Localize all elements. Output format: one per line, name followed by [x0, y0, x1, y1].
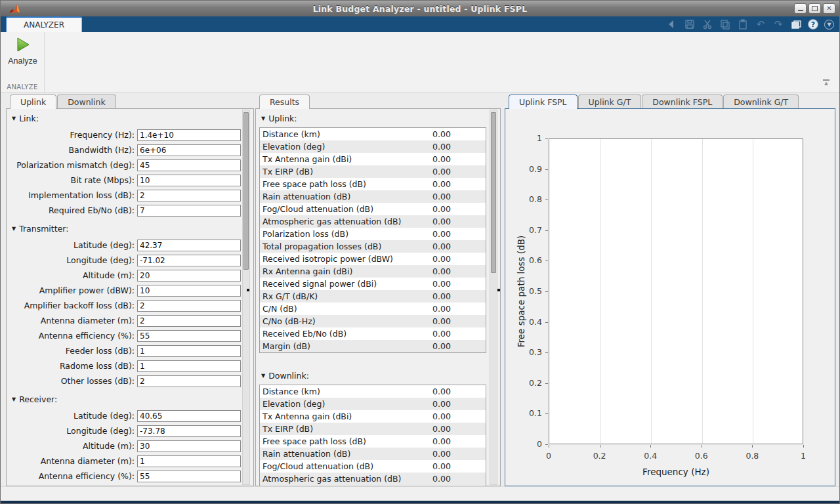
undo-icon[interactable]: ↶	[755, 18, 766, 30]
tab-uplink[interactable]: Uplink	[10, 94, 56, 109]
field-input-antennadiameterm[interactable]	[137, 315, 241, 327]
result-value: 0.00	[430, 399, 486, 409]
tab-results[interactable]: Results	[259, 94, 310, 109]
parameters-panel: UplinkDownlink ▼Link:Frequency (Hz):Band…	[6, 94, 254, 486]
field-input-otherlossesdb[interactable]	[137, 375, 241, 387]
right-splitter-grip[interactable]	[497, 289, 500, 291]
field-input-antennaefficiency[interactable]	[137, 471, 241, 482]
results-row: Rain attenuation (dB)0.00	[260, 448, 486, 460]
parameters-panel-body: ▼Link:Frequency (Hz):Bandwidth (Hz):Pola…	[6, 108, 254, 486]
x-gridline	[600, 139, 601, 444]
form-row: Antenna efficiency (%):	[7, 469, 253, 484]
result-label: Fog/Cloud attenuation (dB)	[260, 204, 430, 214]
form-row: Longitude (deg):	[7, 423, 253, 438]
tab-downlink-fspl[interactable]: Downlink FSPL	[642, 94, 723, 108]
parameters-scrollbar[interactable]	[242, 110, 250, 485]
form-row: Amplifier backoff loss (dB):	[7, 298, 253, 313]
close-button[interactable]: ✕	[823, 3, 835, 14]
tab-uplink-fspl[interactable]: Uplink FSPL	[509, 94, 578, 109]
field-input-amplifierbackofflossdb[interactable]	[137, 300, 241, 312]
results-row: Free space path loss (dB)0.00	[260, 435, 486, 448]
x-tick-mark	[803, 445, 804, 448]
field-input-radomelossdb[interactable]	[137, 360, 241, 372]
copy-icon[interactable]	[719, 18, 731, 30]
form-row: Antenna diameter (m):	[7, 313, 253, 328]
form-row: Implementation loss (dB):	[7, 188, 253, 203]
field-label: Latitude (deg):	[7, 411, 137, 421]
left-splitter-grip[interactable]	[247, 289, 249, 291]
x-axis-label: Frequency (Hz)	[642, 467, 709, 477]
results-scrollbar-thumb[interactable]	[491, 112, 496, 273]
field-label: Altitude (m):	[7, 441, 137, 451]
form-row: Altitude (m):	[7, 438, 253, 453]
field-input-frequencyhz[interactable]	[137, 129, 241, 141]
field-input-implementationlossdb[interactable]	[137, 190, 241, 201]
x-tick-label: 0.8	[746, 451, 759, 461]
cut-icon[interactable]	[702, 18, 713, 30]
section-header-link[interactable]: ▼Link:	[12, 113, 253, 123]
x-tick-label: 0	[546, 451, 551, 461]
y-tick-label: 1	[509, 133, 542, 143]
section-header-transmitter[interactable]: ▼Transmitter:	[12, 223, 253, 234]
paste-icon[interactable]	[737, 18, 749, 30]
minimize-button[interactable]	[794, 3, 807, 14]
result-value: 0.00	[430, 304, 486, 314]
tab-downlink-g-t[interactable]: Downlink G/T	[723, 94, 799, 108]
collapse-arrow-icon: ▼	[12, 116, 16, 121]
y-tick-mark	[545, 138, 548, 139]
results-row: Received Eb/No (dB)0.00	[260, 327, 486, 340]
result-value: 0.00	[430, 291, 486, 301]
parameters-scrollbar-thumb[interactable]	[243, 112, 249, 270]
result-value: 0.00	[430, 411, 486, 421]
help-icon[interactable]: ?	[808, 19, 818, 30]
result-value: 0.00	[430, 242, 486, 251]
field-input-antennadiameterm[interactable]	[137, 455, 241, 467]
field-label: Antenna efficiency (%):	[7, 331, 137, 341]
tab-analyzer[interactable]: ANALYZER	[6, 16, 82, 32]
form-row: Amplifier power (dBW):	[7, 283, 253, 298]
result-label: Total propagation losses (dB)	[260, 242, 430, 251]
field-input-antennaefficiency[interactable]	[137, 330, 241, 342]
results-row: C/N (dB)0.00	[260, 303, 486, 315]
field-input-altitudem[interactable]	[137, 270, 241, 282]
field-input-feederlossdb[interactable]	[137, 345, 241, 357]
field-input-longitudedeg[interactable]	[137, 425, 241, 437]
tab-uplink-g-t[interactable]: Uplink G/T	[578, 94, 642, 108]
results-scrollbar[interactable]	[490, 110, 497, 485]
results-row: Fog/Cloud attenuation (dB)0.00	[260, 460, 486, 472]
parameters-form: ▼Link:Frequency (Hz):Bandwidth (Hz):Pola…	[7, 109, 253, 486]
result-label: C/No (dB-Hz)	[260, 316, 430, 326]
field-input-bitratembps[interactable]	[137, 175, 241, 186]
maximize-button[interactable]	[808, 3, 821, 14]
result-value: 0.00	[430, 436, 486, 446]
result-value: 0.00	[430, 192, 486, 201]
collapse-toolstrip-button[interactable]: ▲	[821, 79, 831, 87]
collapse-back-icon[interactable]	[665, 18, 677, 30]
field-label: Frequency (Hz):	[7, 130, 137, 140]
field-input-latitudedeg[interactable]	[137, 240, 241, 251]
tab-downlink[interactable]: Downlink	[57, 94, 116, 108]
plot-axes[interactable]	[549, 138, 803, 444]
field-input-amplifierpowerdbw[interactable]	[137, 285, 241, 297]
results-section-header-uplink[interactable]: ▼Uplink:	[261, 113, 500, 123]
windows-icon[interactable]	[790, 18, 802, 30]
field-input-requiredebnodb[interactable]	[137, 205, 241, 217]
results-row: Distance (km)0.00	[260, 128, 486, 140]
results-row: Atmospheric gas attenuation (dB)0.00	[260, 215, 486, 228]
field-input-altitudem[interactable]	[137, 440, 241, 452]
section-header-receiver[interactable]: ▼Receiver:	[12, 394, 253, 404]
y-tick-label: 0	[509, 439, 542, 449]
field-label: Feeder loss (dB):	[7, 346, 137, 356]
more-options-icon[interactable]: ▼	[824, 20, 834, 30]
field-input-longitudedeg[interactable]	[137, 255, 241, 266]
app-window: Link Budget Analyzer - untitled - Uplink…	[0, 0, 840, 504]
redo-icon[interactable]: ↷	[772, 18, 784, 30]
y-tick-mark	[545, 444, 548, 445]
analyze-button[interactable]: Analyze	[3, 35, 43, 75]
form-row: Altitude (m):	[7, 268, 253, 283]
field-input-bandwidthhz[interactable]	[137, 144, 241, 156]
save-icon[interactable]	[684, 18, 696, 30]
field-input-polarizationmismatchdeg[interactable]	[137, 159, 241, 171]
field-input-latitudedeg[interactable]	[137, 410, 241, 422]
results-section-header-downlink[interactable]: ▼Downlink:	[261, 370, 500, 381]
